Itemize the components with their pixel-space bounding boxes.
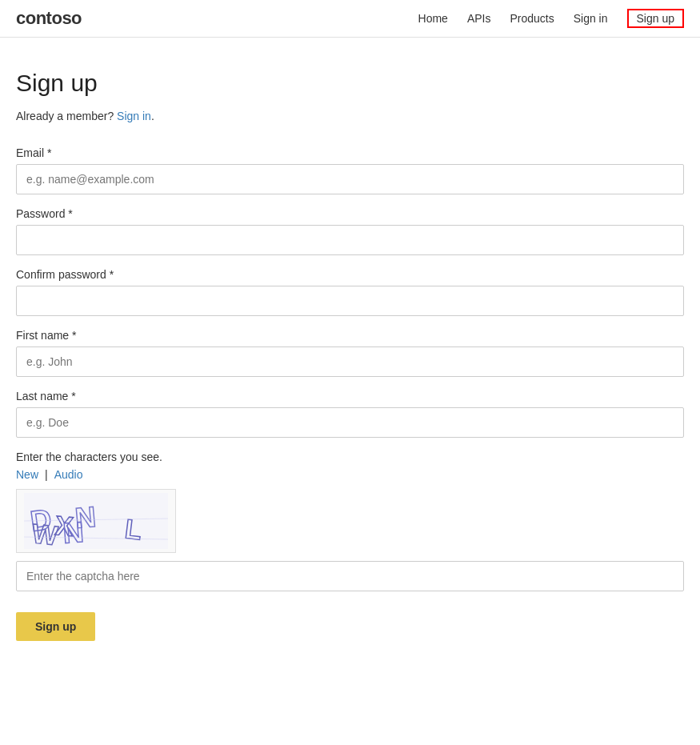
confirm-password-group: Confirm password * <box>16 268 684 316</box>
email-field[interactable] <box>16 164 684 194</box>
captcha-label: Enter the characters you see. <box>16 451 684 463</box>
lastname-label: Last name * <box>16 390 684 403</box>
confirm-password-label: Confirm password * <box>16 268 684 281</box>
logo: contoso <box>16 8 82 29</box>
email-group: Email * <box>16 146 684 194</box>
svg-text:W: W <box>30 518 60 549</box>
captcha-section: Enter the characters you see. New | Audi… <box>16 451 684 591</box>
nav-signup[interactable]: Sign up <box>627 9 684 28</box>
firstname-field[interactable] <box>16 346 684 377</box>
firstname-label: First name * <box>16 329 684 342</box>
password-group: Password * <box>16 207 684 255</box>
captcha-image: D X N W N L <box>16 489 176 553</box>
already-member-text: Already a member? Sign in. <box>16 110 684 122</box>
captcha-new-link[interactable]: New <box>16 468 38 481</box>
nav: Home APIs Products Sign in Sign up <box>418 9 684 28</box>
confirm-password-field[interactable] <box>16 286 684 316</box>
nav-apis[interactable]: APIs <box>467 12 491 25</box>
password-field[interactable] <box>16 225 684 255</box>
firstname-group: First name * <box>16 329 684 377</box>
captcha-svg: D X N W N L <box>24 493 168 549</box>
signup-form: Email * Password * Confirm password * Fi… <box>16 146 684 641</box>
captcha-input[interactable] <box>16 561 684 591</box>
main-content: Sign up Already a member? Sign in. Email… <box>0 38 700 673</box>
signin-link[interactable]: Sign in <box>117 110 151 122</box>
signup-button[interactable]: Sign up <box>16 612 95 641</box>
captcha-audio-link[interactable]: Audio <box>54 468 83 481</box>
nav-products[interactable]: Products <box>510 12 554 25</box>
captcha-links: New | Audio <box>16 468 684 481</box>
lastname-field[interactable] <box>16 407 684 438</box>
page-title: Sign up <box>16 70 684 97</box>
password-label: Password * <box>16 207 684 220</box>
nav-signin[interactable]: Sign in <box>574 12 608 25</box>
header: contoso Home APIs Products Sign in Sign … <box>0 0 700 38</box>
captcha-separator: | <box>45 468 48 481</box>
email-label: Email * <box>16 146 684 159</box>
lastname-group: Last name * <box>16 390 684 438</box>
nav-home[interactable]: Home <box>418 12 448 25</box>
